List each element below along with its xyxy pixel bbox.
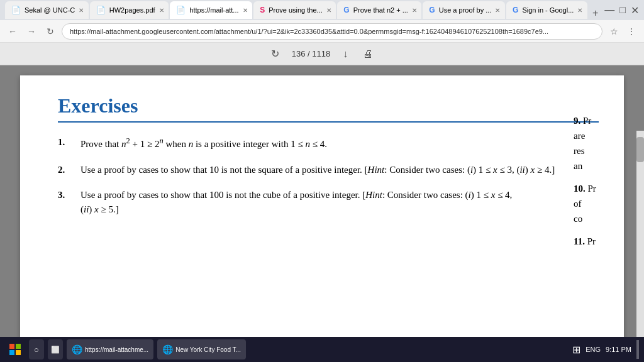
right-item-11: 11. Pr [574,234,624,249]
tab-label-g2: Use a proof by ... [439,6,492,14]
svg-rect-2 [9,350,14,355]
tab-signin[interactable]: G Sign in - Googl... ✕ [506,1,587,19]
pdf-print-button[interactable]: 🖨 [360,47,375,61]
taskbar-app-food-label: New York City Food T... [175,346,241,353]
tab-icon-g2: G [429,6,435,14]
search-taskbar-button[interactable]: ○ [29,339,44,359]
taskbar-app-mail[interactable]: 🌐 https://mail-attachme... [67,339,153,359]
exercise-num-3: 3. [58,188,80,216]
new-tab-button[interactable]: + [589,8,602,19]
time-display: 9:11 PM [606,346,631,353]
exercise-item-3: 3. Use a proof by cases to show that 100… [58,188,599,216]
exercise-list: 1. Prove that n2 + 1 ≥ 2n when n is a po… [58,135,599,216]
minimize-button[interactable]: — [604,4,614,16]
title-bar: 📄 Sekal @ UNC-C ✕ 📄 HW2pages.pdf ✕ 📄 htt… [0,0,644,20]
right-text-10: Pr [588,184,596,194]
menu-button[interactable]: ⋮ [624,24,639,39]
exercise-item-2: 2. Use a proof by cases to show that 10 … [58,163,599,177]
taskbar-app-mail-label: https://mail-attachme... [85,346,148,353]
pdf-download-button[interactable]: ↓ [340,47,350,61]
right-text-9: Pr [583,116,591,126]
taskbar-app-food[interactable]: 🌐 New York City Food T... [157,339,246,359]
right-line-are: are [574,131,585,141]
tab-icon-signin: G [513,6,518,14]
taskbar-app-mail-icon: 🌐 [72,344,82,354]
tab-icon-prove: S [260,6,265,14]
exercise-text-2: Use a proof by cases to show that 10 is … [80,163,596,177]
right-line-co: co [574,214,582,224]
windows-logo-icon [9,343,21,356]
taskbar-lang: ENG [586,346,601,353]
tab-close-prove[interactable]: ✕ [326,7,331,14]
address-bar[interactable] [62,23,602,40]
tab-icon-hw2: 📄 [96,6,106,14]
svg-rect-3 [16,350,21,355]
exercise-text-1: Prove that n2 + 1 ≥ 2n when n is a posit… [80,135,596,151]
right-item-9: 9. Pr are res an [574,113,624,173]
tab-close-signin[interactable]: ✕ [577,7,582,14]
pdf-container: Exercises 1. Prove that n2 + 1 ≥ 2n when… [0,65,644,337]
right-text-11: Pr [587,236,596,246]
exercise-text-3: Use a proof by cases to show that 100 is… [80,188,596,216]
tab-label-hw2: HW2pages.pdf [109,6,155,14]
right-line-an: an [574,161,582,171]
pdf-toolbar: ↻ 136 / 1118 ↓ 🖨 [0,43,644,65]
tab-label-g1: Prove that n2 + ... [353,6,408,14]
taskbar-notification-icon[interactable]: ⊞ [572,344,580,356]
tab-icon-sekal: 📄 [11,6,21,14]
scrollbar-thumb[interactable] [636,137,644,162]
right-num-9: 9. [574,116,580,126]
exercise-item-1: 1. Prove that n2 + 1 ≥ 2n when n is a po… [58,135,599,151]
tab-icon-g1: G [343,6,349,14]
tab-label-signin: Sign in - Googl... [522,6,574,14]
tab-close-mail[interactable]: ✕ [243,7,248,14]
show-desktop-button[interactable] [636,340,639,359]
right-line-res: res [574,146,585,156]
right-column: 9. Pr are res an 10. Pr of co 11. Pr [574,113,624,251]
tabs-row: 📄 Sekal @ UNC-C ✕ 📄 HW2pages.pdf ✕ 📄 htt… [5,1,602,19]
tab-label-mail: https://mail-att... [189,6,238,14]
bookmark-button[interactable]: ☆ [606,24,621,39]
taskbar-right: ⊞ ENG 9:11 PM [572,340,639,359]
back-button[interactable]: ← [5,24,20,39]
right-num-10: 10. [574,184,586,194]
tab-label-sekal: Sekal @ UNC-C [25,6,75,14]
close-button[interactable]: ✕ [631,4,639,16]
tab-close-hw2[interactable]: ✕ [159,7,164,14]
exercises-divider [58,121,599,123]
taskbar: ○ ⬜ 🌐 https://mail-attachme... 🌐 New Yor… [0,337,644,362]
taskbar-time: 9:11 PM [606,346,631,353]
right-item-10: 10. Pr of co [574,181,624,226]
tab-g2[interactable]: G Use a proof by ... ✕ [423,1,505,19]
window-controls: — □ ✕ [604,4,639,16]
refresh-button[interactable]: ↻ [43,24,58,39]
exercise-num-2: 2. [58,163,80,177]
maximize-button[interactable]: □ [619,4,626,16]
tab-g1[interactable]: G Prove that n2 + ... ✕ [337,1,421,19]
pdf-page: Exercises 1. Prove that n2 + 1 ≥ 2n when… [20,75,624,337]
right-line-of: of [574,199,582,209]
tab-icon-mail: 📄 [176,6,186,14]
tab-close-g2[interactable]: ✕ [495,7,500,14]
tab-sekal[interactable]: 📄 Sekal @ UNC-C ✕ [5,1,89,19]
svg-rect-0 [9,344,14,349]
browser-scrollbar[interactable] [636,131,644,337]
tab-prove[interactable]: S Prove using the... ✕ [253,1,336,19]
right-num-11: 11. [574,236,585,246]
nav-bar: ← → ↻ ☆ ⋮ [0,20,644,43]
svg-rect-1 [16,344,21,349]
nav-actions: ☆ ⋮ [606,24,639,39]
start-button[interactable] [5,339,25,359]
task-view-button[interactable]: ⬜ [48,339,63,359]
taskbar-app-food-icon: 🌐 [162,344,173,354]
tab-close-g1[interactable]: ✕ [412,7,417,14]
tab-label-prove: Prove using the... [269,6,323,14]
exercise-num-1: 1. [58,135,80,151]
pdf-refresh-button[interactable]: ↻ [269,47,282,61]
exercises-title: Exercises [58,94,599,118]
tab-hw2[interactable]: 📄 HW2pages.pdf ✕ [90,1,169,19]
forward-button[interactable]: → [24,24,39,39]
tab-close-sekal[interactable]: ✕ [79,7,84,14]
tab-mail-active[interactable]: 📄 https://mail-att... ✕ [170,1,252,19]
pdf-page-display: 136 / 1118 [292,49,330,58]
